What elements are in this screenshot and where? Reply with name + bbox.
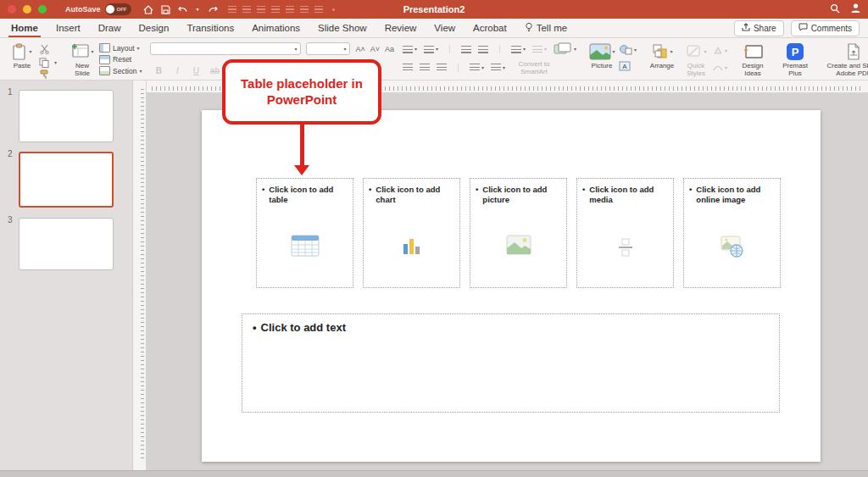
italic-button[interactable]: I xyxy=(172,66,182,75)
textbox-button[interactable]: A xyxy=(619,59,637,75)
section-button[interactable]: Section▾ xyxy=(99,65,142,76)
bold-button[interactable]: B xyxy=(153,66,164,75)
account-button[interactable] xyxy=(850,2,861,17)
shapes-button[interactable]: ▾ xyxy=(619,44,637,55)
window-controls xyxy=(8,5,47,14)
outdent-button[interactable] xyxy=(461,46,471,53)
bullet: • xyxy=(262,185,264,206)
arrange-dropdown-caret[interactable]: ▾ xyxy=(670,49,673,54)
tab-insert[interactable]: Insert xyxy=(53,19,83,37)
layout-button[interactable]: Layout▾ xyxy=(99,42,142,53)
undo-dropdown-caret[interactable]: ▾ xyxy=(197,7,199,12)
search-button[interactable] xyxy=(830,2,840,17)
premast-plus-button[interactable]: P Premast Plus xyxy=(778,41,812,78)
text-direction-button[interactable]: ▾ xyxy=(470,64,484,71)
quick-styles-button[interactable]: ▾ Quick Styles xyxy=(679,41,713,78)
media-icon[interactable] xyxy=(617,235,634,263)
columns-button[interactable]: ▾ xyxy=(532,46,547,53)
tab-home[interactable]: Home xyxy=(8,19,41,37)
arrange-button[interactable]: ▾ Arrange xyxy=(645,41,679,78)
reset-button[interactable]: Reset xyxy=(99,54,142,65)
table-icon[interactable] xyxy=(291,235,320,260)
slide-thumbnail-1[interactable] xyxy=(19,90,114,142)
autosave-toggle[interactable]: OFF xyxy=(105,3,131,15)
slide-editing-area[interactable]: •Click icon to add table •Click icon to … xyxy=(202,110,821,462)
placeholder-media[interactable]: •Click icon to add media xyxy=(576,178,674,288)
placeholder-picture[interactable]: •Click icon to add picture xyxy=(470,178,567,288)
paste-button[interactable]: ▾ Paste xyxy=(5,41,39,78)
placeholder-media-label: Click icon to add media xyxy=(589,185,668,206)
picture-icon[interactable] xyxy=(506,235,531,258)
slide-thumbnail-3[interactable] xyxy=(19,218,114,270)
minimize-button[interactable] xyxy=(23,5,31,14)
tab-tell-me[interactable]: Tell me xyxy=(522,19,570,37)
copy-button[interactable]: ▾ xyxy=(39,58,57,68)
change-case-button[interactable]: Aa xyxy=(385,45,394,53)
shrink-font-button[interactable]: A˅ xyxy=(370,45,380,53)
powerpoint-window: AutoSave OFF ▾ Presentation2 xyxy=(0,0,868,477)
home-button[interactable] xyxy=(143,5,153,14)
align-right-button[interactable] xyxy=(437,64,447,71)
font-name-select[interactable]: ▾ xyxy=(150,42,301,55)
callout-label: Table placeholder in PowerPoint xyxy=(232,76,371,108)
picture-button[interactable]: ▾ Picture xyxy=(585,41,619,78)
shape-outline-button[interactable]: ▾ xyxy=(713,64,727,72)
arrange-label: Arrange xyxy=(650,62,674,69)
convert-smartart-label[interactable]: Convert to SmartArt xyxy=(512,60,556,75)
autosave-label: AutoSave xyxy=(65,5,101,14)
convert-smartart-icon[interactable]: ▾ xyxy=(554,42,576,56)
tab-review[interactable]: Review xyxy=(382,19,420,37)
undo-button[interactable] xyxy=(178,5,189,14)
svg-text:A: A xyxy=(622,63,627,70)
paste-dropdown-caret[interactable]: ▾ xyxy=(29,49,31,54)
placeholder-online-image[interactable]: •Click icon to add online image xyxy=(683,178,781,288)
slide-number: 1 xyxy=(8,87,13,97)
autosave-state-label: OFF xyxy=(114,7,131,12)
new-slide-dropdown-caret[interactable]: ▾ xyxy=(92,49,94,54)
underline-button[interactable]: U xyxy=(191,66,201,75)
design-ideas-button[interactable]: Design Ideas xyxy=(736,41,770,78)
share-icon xyxy=(742,23,750,33)
font-size-select[interactable]: ▾ xyxy=(306,42,350,55)
placeholder-chart[interactable]: •Click icon to add chart xyxy=(363,178,460,288)
autosave-toggle-knob xyxy=(106,5,114,14)
indent-button[interactable] xyxy=(478,46,488,53)
disabled-align-left-icon xyxy=(228,6,236,14)
shape-fill-button[interactable]: ▾ xyxy=(713,47,727,55)
tab-view[interactable]: View xyxy=(431,19,458,37)
align-center-button[interactable] xyxy=(420,64,430,71)
text-placeholder[interactable]: •Click to add text xyxy=(242,313,780,413)
share-button[interactable]: Share xyxy=(734,20,784,36)
comments-button[interactable]: Comments xyxy=(791,20,860,36)
cut-button[interactable] xyxy=(39,42,57,58)
share-label: Share xyxy=(754,24,776,33)
chart-icon[interactable] xyxy=(400,235,424,260)
close-button[interactable] xyxy=(8,5,16,14)
align-left-button[interactable] xyxy=(403,64,413,71)
picture-label: Picture xyxy=(592,62,613,69)
new-slide-button[interactable]: ▾ New Slide xyxy=(65,41,99,78)
layout-label: Layout xyxy=(113,44,135,53)
bullet: • xyxy=(476,185,478,206)
tab-animations[interactable]: Animations xyxy=(249,19,303,37)
save-button[interactable] xyxy=(161,5,170,14)
tab-draw[interactable]: Draw xyxy=(96,19,124,37)
tab-acrobat[interactable]: Acrobat xyxy=(470,19,509,37)
tab-transitions[interactable]: Transitions xyxy=(184,19,236,37)
picture-dropdown-caret[interactable]: ▾ xyxy=(613,49,615,54)
zoom-button[interactable] xyxy=(38,5,47,14)
align-text-button[interactable]: ▾ xyxy=(491,64,505,71)
slide-thumbnail-panel: 1 2 3 xyxy=(0,80,133,470)
online-image-icon[interactable] xyxy=(720,235,745,262)
slide-thumbnail-2[interactable] xyxy=(19,152,114,208)
bullets-button[interactable]: ▾ xyxy=(403,46,417,53)
strikethrough-button[interactable]: ab xyxy=(209,66,220,75)
numbering-button[interactable]: ▾ xyxy=(424,46,438,53)
grow-font-button[interactable]: A˄ xyxy=(355,45,364,53)
redo-button[interactable] xyxy=(207,5,218,14)
tab-slide-show[interactable]: Slide Show xyxy=(315,19,370,37)
tab-design[interactable]: Design xyxy=(136,19,172,37)
adobe-pdf-button[interactable]: Create and Share Adobe PDF xyxy=(821,41,868,78)
placeholder-table[interactable]: •Click icon to add table xyxy=(256,178,353,288)
line-spacing-button[interactable]: ▾ xyxy=(511,46,526,53)
